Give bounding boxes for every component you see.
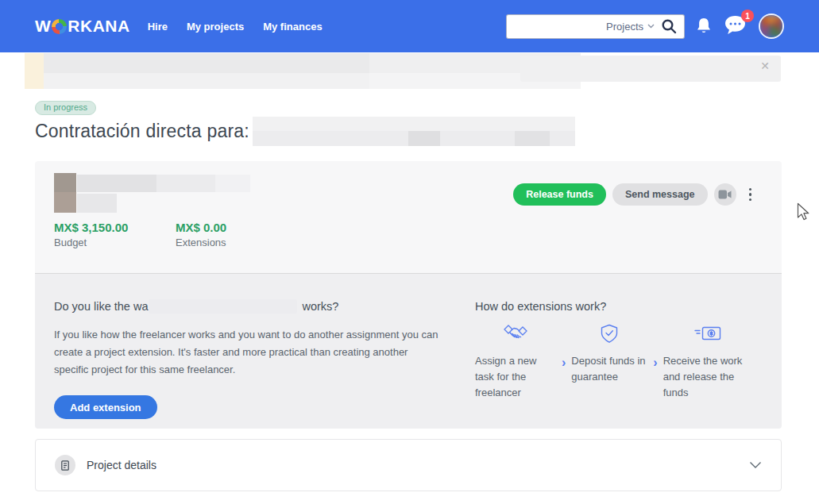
shield-check-icon [571, 321, 647, 345]
step-deposit-funds: Deposit funds in guarantee [571, 321, 647, 385]
bell-icon[interactable] [695, 17, 713, 36]
workana-logo[interactable]: WRKANA [35, 17, 130, 36]
nav-link-my-finances[interactable]: My finances [263, 21, 322, 33]
project-card: Release funds Send message MX$ 3,150.00 … [35, 161, 782, 429]
extensions-stat: MX$ 0.00 Extensions [176, 220, 297, 249]
page-title: Contratación directa para: [35, 117, 249, 145]
extension-question: Do you like the wa works? [54, 299, 455, 314]
extensions-value: MX$ 0.00 [176, 220, 297, 235]
kebab-menu-icon[interactable] [744, 185, 757, 205]
logo-text-prefix: W [35, 17, 51, 36]
project-card-header: Release funds Send message MX$ 3,150.00 … [35, 161, 782, 273]
project-details-accordion[interactable]: Project details [35, 439, 782, 491]
handshake-icon [475, 321, 556, 345]
add-extension-button[interactable]: Add extension [54, 395, 157, 419]
budget-value: MX$ 3,150.00 [54, 220, 176, 235]
close-icon[interactable]: ✕ [760, 60, 770, 71]
extension-section: Do you like the wa works? If you like ho… [35, 273, 782, 429]
main-nav: Hire My projects My finances [148, 21, 323, 33]
question-suffix: works? [302, 299, 338, 314]
logo-globe-icon [52, 19, 67, 34]
redacted-freelancer-identity [54, 173, 253, 214]
question-prefix: Do you like the wa [54, 299, 148, 314]
step-label: Receive the work and release the funds [663, 353, 752, 401]
navbar-right-group: Projects 1 [506, 0, 784, 52]
how-extensions-work: How do extensions work? [475, 299, 769, 401]
card-actions: Release funds Send message [513, 183, 756, 206]
page-title-row: Contratación directa para: [35, 117, 575, 146]
redacted-banner-content [520, 56, 781, 82]
chevron-right-icon: › [562, 356, 566, 369]
video-call-button[interactable] [714, 183, 736, 206]
step-label: Deposit funds in guarantee [571, 353, 647, 385]
project-details-title: Project details [87, 459, 156, 471]
redacted-banner-accent [25, 53, 44, 89]
chevron-right-icon: › [653, 356, 657, 369]
extension-steps: Assign a new task for the freelancer › [475, 321, 769, 401]
redacted-avatar [54, 173, 76, 213]
search-scope-label: Projects [606, 21, 643, 33]
logo-text-suffix: RKANA [68, 17, 129, 36]
redacted-banner-content [44, 53, 369, 89]
budget-stat: MX$ 3,150.00 Budget [54, 220, 176, 249]
chevron-down-icon[interactable] [749, 461, 762, 469]
extension-description: If you like how the freelancer works and… [54, 326, 445, 379]
extensions-label: Extensions [176, 236, 297, 249]
step-assign-task: Assign a new task for the freelancer [475, 321, 556, 401]
how-extensions-title: How do extensions work? [475, 299, 769, 314]
step-receive-work: Receive the work and release the funds [663, 321, 752, 401]
notification-badge: 1 [741, 10, 754, 22]
redacted-freelancer-name [149, 299, 297, 314]
project-stats: MX$ 3,150.00 Budget MX$ 0.00 Extensions [54, 220, 297, 249]
send-message-button[interactable]: Send message [612, 183, 708, 206]
chevron-down-icon [647, 24, 655, 29]
messages-icon[interactable]: 1 [723, 14, 748, 38]
status-badge: In progress [35, 101, 96, 115]
release-funds-button[interactable]: Release funds [513, 183, 606, 206]
search-input[interactable]: Projects [506, 14, 685, 39]
top-navbar: WRKANA Hire My projects My finances Proj… [0, 0, 819, 52]
mouse-cursor [797, 202, 811, 221]
document-icon [55, 455, 75, 475]
nav-link-my-projects[interactable]: My projects [187, 21, 244, 33]
nav-link-hire[interactable]: Hire [148, 21, 168, 33]
redacted-project-name [253, 117, 575, 146]
budget-label: Budget [54, 236, 176, 249]
camera-icon [718, 190, 732, 199]
search-scope-dropdown[interactable]: Projects [606, 21, 655, 33]
notification-banner: ✕ [25, 53, 781, 89]
step-label: Assign a new task for the freelancer [475, 353, 556, 401]
banknote-icon [663, 321, 752, 345]
extension-pitch: Do you like the wa works? If you like ho… [54, 299, 455, 419]
avatar[interactable] [759, 13, 784, 39]
search-icon[interactable] [661, 18, 678, 35]
